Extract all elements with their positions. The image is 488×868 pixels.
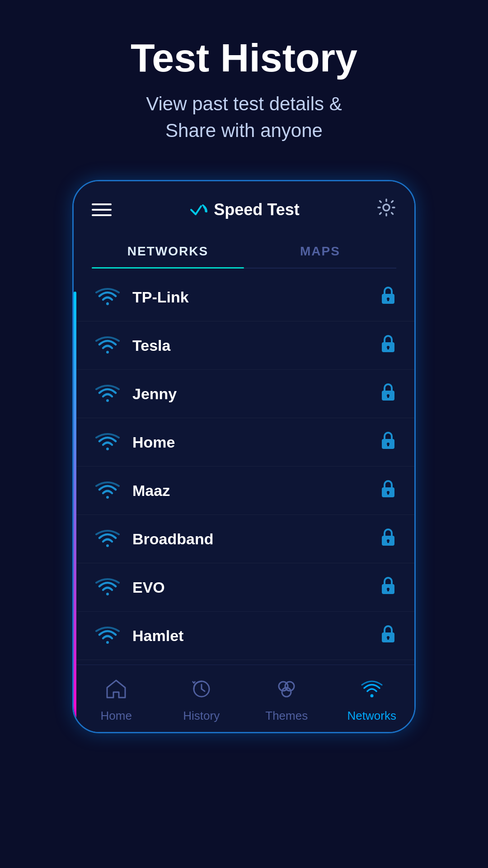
page-subtitle: View past test details &Share with anyon…: [18, 91, 470, 144]
svg-rect-24: [387, 541, 389, 543]
app-logo: Speed Test: [188, 200, 299, 219]
nav-item-themes[interactable]: Themes: [244, 674, 329, 727]
lock-icon: [380, 285, 396, 309]
nav-label-history: History: [183, 709, 220, 723]
tab-maps[interactable]: MAPS: [244, 235, 396, 268]
network-item[interactable]: Hamlet: [74, 612, 414, 660]
wifi-icon: [92, 287, 123, 307]
wifi-icon: [92, 529, 123, 549]
network-name: Jenny: [123, 385, 380, 403]
wifi-icon: [92, 626, 123, 646]
speedtest-logo-icon: [188, 202, 208, 218]
lock-icon: [380, 527, 396, 551]
lock-icon: [380, 478, 396, 503]
lock-icon: [380, 623, 396, 648]
nav-item-history[interactable]: History: [159, 674, 244, 727]
menu-button[interactable]: [92, 203, 112, 216]
nav-label-home: Home: [101, 709, 132, 723]
svg-rect-32: [387, 637, 389, 640]
nav-item-home[interactable]: Home: [74, 674, 159, 727]
networks-icon: [361, 679, 383, 704]
nav-item-networks[interactable]: Networks: [329, 674, 415, 727]
svg-point-29: [106, 641, 109, 644]
phone-mockup: Speed Test NETWORKS MAPS: [72, 180, 416, 733]
network-name: Tesla: [123, 337, 380, 354]
network-name: Hamlet: [123, 627, 380, 645]
network-name: Broadband: [123, 530, 380, 548]
app-header: Speed Test: [74, 181, 414, 231]
lock-icon: [380, 382, 396, 406]
network-list: TP-Link: [74, 269, 414, 665]
lock-icon: [380, 333, 396, 358]
home-icon: [105, 679, 127, 704]
phone-inner: Speed Test NETWORKS MAPS: [74, 181, 414, 732]
header-section: Test History View past test details &Sha…: [0, 0, 488, 162]
network-name: TP-Link: [123, 288, 380, 306]
svg-point-25: [106, 593, 109, 595]
svg-rect-28: [387, 589, 389, 591]
tab-bar: NETWORKS MAPS: [92, 235, 396, 269]
svg-point-9: [106, 399, 109, 402]
svg-rect-8: [387, 347, 389, 349]
bottom-nav: Home History: [74, 665, 414, 732]
settings-button[interactable]: [376, 198, 396, 222]
network-item[interactable]: Maaz: [74, 467, 414, 515]
history-icon: [191, 679, 212, 704]
lock-icon: [380, 430, 396, 454]
wifi-icon: [92, 432, 123, 452]
svg-rect-12: [387, 396, 389, 398]
svg-rect-20: [387, 492, 389, 495]
tab-networks[interactable]: NETWORKS: [92, 235, 244, 268]
wifi-icon: [92, 335, 123, 355]
svg-point-21: [106, 544, 109, 547]
nav-label-themes: Themes: [265, 709, 308, 723]
network-name: Maaz: [123, 482, 380, 500]
network-item[interactable]: Jenny: [74, 370, 414, 418]
network-item[interactable]: EVO: [74, 563, 414, 612]
lock-icon: [380, 575, 396, 599]
svg-point-13: [106, 448, 109, 450]
svg-rect-16: [387, 444, 389, 446]
svg-point-1: [106, 302, 109, 305]
wifi-icon: [92, 577, 123, 597]
wifi-icon: [92, 481, 123, 500]
svg-rect-4: [387, 299, 389, 301]
app-name: Speed Test: [214, 200, 299, 219]
themes-icon: [276, 679, 297, 704]
page-title: Test History: [18, 36, 470, 80]
svg-point-5: [106, 351, 109, 354]
nav-label-networks: Networks: [347, 709, 396, 723]
network-item[interactable]: Home: [74, 418, 414, 467]
network-item[interactable]: Broadband: [74, 515, 414, 563]
network-name: EVO: [123, 579, 380, 596]
svg-point-17: [106, 496, 109, 499]
network-name: Home: [123, 434, 380, 451]
network-item[interactable]: TP-Link: [74, 273, 414, 321]
svg-point-37: [370, 694, 373, 698]
network-item[interactable]: Tesla: [74, 321, 414, 370]
wifi-icon: [92, 384, 123, 404]
svg-point-0: [383, 204, 389, 211]
